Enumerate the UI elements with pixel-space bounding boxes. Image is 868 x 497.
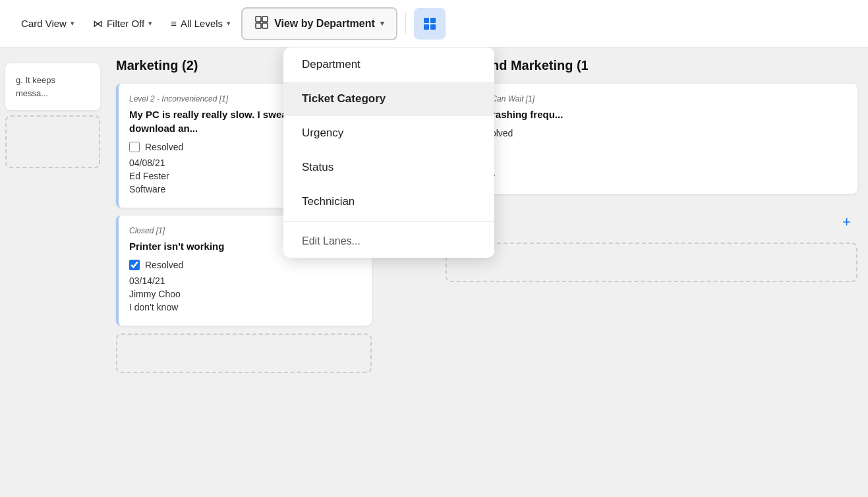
levels-chevron: ▾ <box>227 19 231 28</box>
ticket-2-resolved-label: Resolved <box>145 260 183 270</box>
svg-rect-5 <box>430 18 436 23</box>
dropdown-item-edit-lanes[interactable]: Edit Lanes... <box>283 225 494 258</box>
main-area: g. It keeps messa... Marketing (2) Level… <box>0 47 868 497</box>
sales-ticket-1-person: Rachel <box>459 157 847 167</box>
dropdown-item-technician[interactable]: Technician <box>283 185 494 219</box>
ticket-2-category: I don't know <box>129 302 361 312</box>
svg-rect-7 <box>430 24 436 30</box>
partial-text-2: messa... <box>16 87 90 100</box>
dropdown-overlay: Department Ticket Category Urgency Statu… <box>283 47 494 258</box>
svg-rect-1 <box>262 16 268 22</box>
svg-rect-3 <box>262 23 268 28</box>
filter-button[interactable]: ⋈ Filter Off ▾ <box>85 13 160 35</box>
grid-view-button[interactable] <box>414 8 446 40</box>
levels-button[interactable]: ≡ All Levels ▾ <box>163 13 239 34</box>
ticket-2-date: 03/14/21 <box>129 276 361 286</box>
sales-marketing-column: Sales and Marketing (1 Level 3 - Can Wai… <box>435 47 868 497</box>
dropdown-item-urgency[interactable]: Urgency <box>283 116 494 150</box>
table-grid-icon <box>254 15 269 32</box>
sales-ticket-1-date: 04/13/21 <box>459 144 847 154</box>
filter-label: Filter Off <box>107 18 144 29</box>
view-dept-label: View by Department <box>274 18 375 30</box>
view-by-department-button[interactable]: View by Department ▾ <box>241 7 397 40</box>
sales-ticket-1-title: PC is crashing frequ... <box>459 107 847 121</box>
add-ticket-button[interactable]: + <box>836 207 857 237</box>
ticket-2-resolved-row: Resolved <box>129 260 361 270</box>
ticket-category-label: Ticket Category <box>302 92 386 105</box>
dropdown-item-status[interactable]: Status <box>283 150 494 185</box>
toolbar: Card View ▾ ⋈ Filter Off ▾ ≡ All Levels … <box>0 0 868 47</box>
svg-rect-6 <box>424 24 429 30</box>
card-view-label: Card View <box>21 18 67 29</box>
sales-add-row: + <box>446 202 857 243</box>
sales-ticket-card-1: Level 3 - Can Wait [1] PC is crashing fr… <box>446 84 857 194</box>
levels-label: All Levels <box>181 18 223 29</box>
partial-left-dashed <box>5 115 100 168</box>
sales-ticket-1-category: Software <box>459 170 847 181</box>
view-by-dropdown-menu: Department Ticket Category Urgency Statu… <box>283 47 494 258</box>
sales-ticket-1-level: Level 3 - Can Wait [1] <box>459 94 847 103</box>
ticket-1-resolved-label: Resolved <box>145 142 183 152</box>
view-dept-chevron: ▾ <box>380 19 384 28</box>
dropdown-item-ticket-category[interactable]: Ticket Category <box>283 82 494 116</box>
edit-lanes-label: Edit Lanes... <box>302 235 361 247</box>
svg-rect-4 <box>424 18 429 23</box>
dropdown-separator <box>283 221 494 222</box>
dropdown-item-department[interactable]: Department <box>283 47 494 82</box>
partial-text-1: g. It keeps <box>16 74 90 87</box>
marketing-add-card <box>116 334 372 373</box>
card-view-chevron: ▾ <box>71 19 74 28</box>
technician-label: Technician <box>302 195 355 208</box>
status-label: Status <box>302 161 333 174</box>
partial-left-card: g. It keeps messa... <box>5 63 100 110</box>
department-label: Department <box>302 58 361 71</box>
sales-ticket-1-resolved-row: Resolved <box>459 128 847 138</box>
partial-left-column: g. It keeps messa... <box>0 47 105 497</box>
ticket-2-resolved-checkbox[interactable] <box>129 260 140 270</box>
levels-icon: ≡ <box>171 18 177 29</box>
filter-chevron: ▾ <box>148 19 152 28</box>
ticket-1-resolved-checkbox[interactable] <box>129 142 140 152</box>
filter-icon: ⋈ <box>93 18 103 30</box>
card-view-button[interactable]: Card View ▾ <box>13 13 82 34</box>
sales-marketing-header: Sales and Marketing (1 <box>446 58 857 73</box>
urgency-label: Urgency <box>302 127 343 140</box>
svg-rect-2 <box>256 23 261 28</box>
toolbar-separator <box>405 13 406 34</box>
ticket-2-person: Jimmy Choo <box>129 289 361 299</box>
sales-add-card <box>446 243 857 282</box>
svg-rect-0 <box>256 16 261 22</box>
